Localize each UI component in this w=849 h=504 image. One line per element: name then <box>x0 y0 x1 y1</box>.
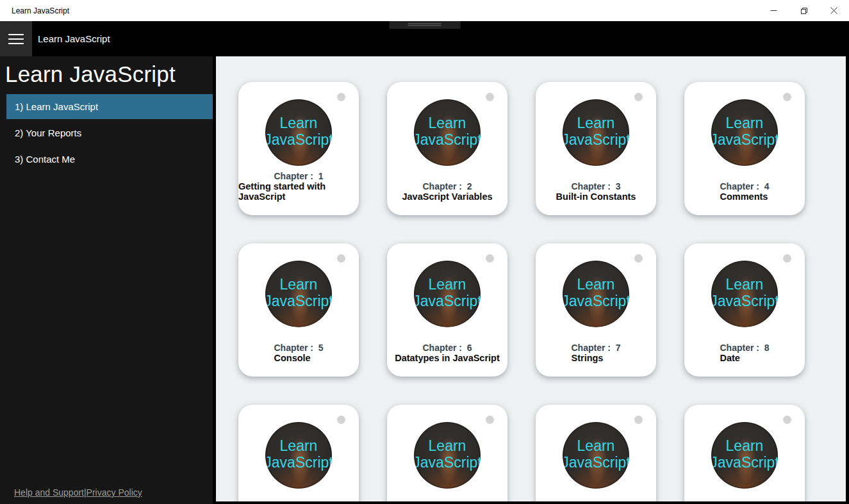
card-text: Chapter : 1 Getting started with JavaScr… <box>238 171 359 202</box>
chapter-image: Learn JavaScript <box>414 99 481 166</box>
sidebar: Learn JavaScript 1) Learn JavaScript 2) … <box>0 56 213 504</box>
chapter-image: Learn JavaScript <box>265 261 332 327</box>
chapter-title: Console <box>274 353 323 364</box>
chapter-image-text-line1: Learn <box>563 437 629 454</box>
chapter-image: Learn JavaScript <box>563 422 629 489</box>
chapter-image-text-line2: JavaScript <box>414 293 481 309</box>
minimize-icon <box>770 7 777 14</box>
chapter-title: Datatypes in JavaScript <box>395 353 500 364</box>
status-dot <box>634 254 643 263</box>
chapter-image-text-line1: Learn <box>711 115 778 131</box>
chapter-card[interactable]: Learn JavaScript Chapter : 4 Comments <box>684 82 805 215</box>
chapter-image-text: Learn JavaScript <box>563 276 629 310</box>
chapter-image-text-line2: JavaScript <box>563 454 629 471</box>
chapter-card[interactable]: Learn JavaScript Chapter : 6 Datatypes i… <box>387 243 507 377</box>
chapter-image-text: Learn JavaScript <box>414 276 481 310</box>
chapter-card[interactable]: Learn JavaScript Chapter : 7 Strings <box>536 243 656 377</box>
chapter-image-text-line2: JavaScript <box>414 454 481 471</box>
status-dot <box>634 93 643 101</box>
hamburger-button[interactable] <box>0 21 32 56</box>
chapter-card[interactable]: Learn JavaScript Chapter : 3 Built-in Co… <box>536 82 656 215</box>
chapter-label: Chapter : 7 <box>571 343 620 353</box>
chapter-image-text-line1: Learn <box>711 437 778 454</box>
sidebar-item-label: 3) Contact Me <box>15 154 75 165</box>
chapter-image-text: Learn JavaScript <box>563 437 629 471</box>
chapter-card[interactable]: Learn JavaScript Chapter : 5 Console <box>238 243 359 377</box>
chapter-image-text-line2: JavaScript <box>563 293 629 309</box>
card-text: Chapter : 3 Built-in Constants <box>536 181 656 202</box>
chapter-grid: Learn JavaScript Chapter : 1 Getting sta… <box>216 56 846 501</box>
chapter-label: Chapter : 4 <box>720 181 769 191</box>
privacy-policy-link[interactable]: Privacy Policy <box>87 487 142 498</box>
chapter-label: Chapter : 5 <box>274 343 323 353</box>
card-text: Chapter : 8 Date <box>684 343 805 364</box>
restore-button[interactable] <box>789 0 819 21</box>
status-dot <box>783 254 791 263</box>
chapter-image-text-line1: Learn <box>414 276 481 293</box>
chapter-image-text: Learn JavaScript <box>711 276 778 310</box>
header-title: Learn JavaScript <box>38 33 110 44</box>
chapter-image-text-line1: Learn <box>265 276 332 293</box>
chapter-image: Learn JavaScript <box>563 261 629 327</box>
chapter-card[interactable]: Learn JavaScript <box>387 405 507 501</box>
close-icon <box>830 7 837 14</box>
chapter-label: Chapter : 6 <box>395 343 500 353</box>
chapter-image: Learn JavaScript <box>414 422 481 489</box>
chapter-card[interactable]: Learn JavaScript <box>536 405 656 501</box>
chapter-image-text: Learn JavaScript <box>711 437 778 471</box>
chapter-label: Chapter : 3 <box>556 181 636 191</box>
chapter-image: Learn JavaScript <box>265 99 332 166</box>
sidebar-item-label: 1) Learn JavaScript <box>15 101 98 112</box>
sidebar-item[interactable]: 1) Learn JavaScript <box>6 94 213 119</box>
chapter-image-text-line2: JavaScript <box>711 293 778 309</box>
chapter-image-text: Learn JavaScript <box>414 437 481 471</box>
sidebar-item[interactable]: 3) Contact Me <box>6 147 213 172</box>
chapter-title: JavaScript Variables <box>402 191 492 202</box>
chapter-image-text: Learn JavaScript <box>563 115 629 149</box>
chapter-image: Learn JavaScript <box>563 99 629 166</box>
window-title: Learn JavaScript <box>0 6 759 15</box>
sidebar-item[interactable]: 2) Your Reports <box>6 120 213 145</box>
chapter-title: Getting started with JavaScript <box>238 181 359 202</box>
chapter-image-text: Learn JavaScript <box>414 115 481 149</box>
chapter-image: Learn JavaScript <box>711 99 778 166</box>
drag-handle[interactable] <box>389 21 460 29</box>
chapter-label: Chapter : 1 <box>238 171 359 181</box>
chapter-image-text-line1: Learn <box>265 437 332 454</box>
sidebar-footer: Help and Support|Privacy Policy <box>14 487 142 498</box>
chapter-title: Strings <box>571 353 620 364</box>
chapter-card[interactable]: Learn JavaScript Chapter : 1 Getting sta… <box>238 82 359 215</box>
status-dot <box>783 93 791 101</box>
status-dot <box>486 416 494 424</box>
chapter-image: Learn JavaScript <box>414 261 481 327</box>
card-text: Chapter : 2 JavaScript Variables <box>387 181 507 202</box>
chapter-title: Date <box>720 353 769 364</box>
chapter-image-text-line1: Learn <box>563 115 629 131</box>
sidebar-nav: 1) Learn JavaScript 2) Your Reports 3) C… <box>6 94 213 172</box>
status-dot <box>634 416 643 424</box>
status-dot <box>486 254 494 263</box>
status-dot <box>337 416 345 424</box>
status-dot <box>337 93 345 101</box>
card-text: Chapter : 7 Strings <box>536 343 656 364</box>
chapter-image-text-line1: Learn <box>414 437 481 454</box>
minimize-button[interactable] <box>759 0 789 21</box>
chapter-image: Learn JavaScript <box>711 261 778 327</box>
chapter-label: Chapter : 8 <box>720 343 769 353</box>
chapter-card[interactable]: Learn JavaScript Chapter : 2 JavaScript … <box>387 82 507 215</box>
app-header: Learn JavaScript <box>0 21 849 56</box>
restore-icon <box>800 7 808 15</box>
chapter-card[interactable]: Learn JavaScript Chapter : 8 Date <box>684 243 805 377</box>
chapter-label: Chapter : 2 <box>402 181 492 191</box>
chapter-image-text-line2: JavaScript <box>265 293 332 309</box>
help-and-support-link[interactable]: Help and Support <box>14 487 84 498</box>
chapter-image-text-line2: JavaScript <box>563 131 629 148</box>
chapter-image-text: Learn JavaScript <box>265 437 332 471</box>
titlebar: Learn JavaScript <box>0 0 849 21</box>
card-text: Chapter : 4 Comments <box>684 181 805 202</box>
chapter-card[interactable]: Learn JavaScript <box>684 405 805 501</box>
sidebar-item-label: 2) Your Reports <box>15 127 81 138</box>
close-button[interactable] <box>819 0 849 21</box>
chapter-title: Comments <box>720 191 769 202</box>
chapter-card[interactable]: Learn JavaScript <box>238 405 359 501</box>
